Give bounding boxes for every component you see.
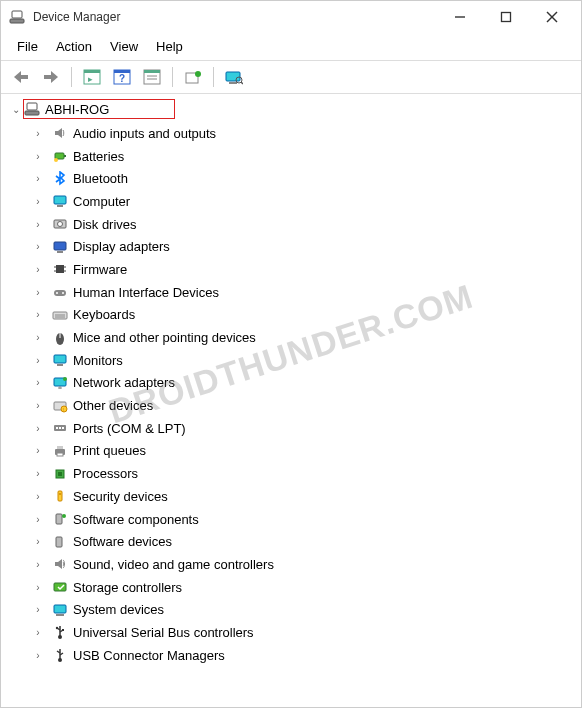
category-label: Disk drives (73, 217, 137, 232)
category-printer[interactable]: ›Print queues (9, 440, 577, 463)
chevron-right-icon[interactable]: › (31, 627, 45, 638)
window-title: Device Manager (33, 10, 447, 24)
close-button[interactable] (539, 4, 565, 30)
chevron-right-icon[interactable]: › (31, 445, 45, 456)
chevron-right-icon[interactable]: › (31, 264, 45, 275)
menu-help[interactable]: Help (148, 35, 191, 58)
chevron-right-icon[interactable]: › (31, 219, 45, 230)
chevron-right-icon[interactable]: › (31, 491, 45, 502)
category-network[interactable]: ›Network adapters (9, 372, 577, 395)
category-chip[interactable]: ›Firmware (9, 258, 577, 281)
category-swdev[interactable]: ›Software devices (9, 530, 577, 553)
category-mouse[interactable]: ›Mice and other pointing devices (9, 326, 577, 349)
svg-rect-58 (62, 427, 64, 429)
device-manager-window: Device Manager File Action View Help (0, 0, 582, 708)
show-hidden-button[interactable]: ▸ (78, 65, 106, 89)
category-label: Audio inputs and outputs (73, 126, 216, 141)
chevron-right-icon[interactable]: › (31, 128, 45, 139)
battery-icon (51, 148, 69, 164)
properties-button[interactable] (138, 65, 166, 89)
audio-icon (51, 125, 69, 141)
monitor-icon (51, 352, 69, 368)
category-cpu[interactable]: ›Processors (9, 462, 577, 485)
chevron-right-icon[interactable]: › (31, 377, 45, 388)
chevron-right-icon[interactable]: › (31, 332, 45, 343)
svg-rect-35 (56, 265, 64, 273)
category-label: Bluetooth (73, 171, 128, 186)
chevron-right-icon[interactable]: › (31, 650, 45, 661)
menu-file[interactable]: File (9, 35, 46, 58)
usb-icon (51, 624, 69, 640)
category-swcomp[interactable]: ›Software components (9, 508, 577, 531)
category-sound[interactable]: ›Sound, video and game controllers (9, 553, 577, 576)
category-battery[interactable]: ›Batteries (9, 145, 577, 168)
maximize-button[interactable] (493, 4, 519, 30)
chevron-right-icon[interactable]: › (31, 604, 45, 615)
svg-rect-34 (57, 251, 63, 253)
chevron-right-icon[interactable]: › (31, 559, 45, 570)
category-storage[interactable]: ›Storage controllers (9, 576, 577, 599)
scan-hardware-button[interactable] (220, 65, 248, 89)
category-port[interactable]: ›Ports (COM & LPT) (9, 417, 577, 440)
category-usb[interactable]: ›Universal Serial Bus controllers (9, 621, 577, 644)
category-label: Keyboards (73, 307, 135, 322)
category-hid[interactable]: ›Human Interface Devices (9, 281, 577, 304)
category-keyboard[interactable]: ›Keyboards (9, 304, 577, 327)
display-icon (51, 239, 69, 255)
forward-button[interactable] (37, 65, 65, 89)
chevron-right-icon[interactable]: › (31, 400, 45, 411)
category-label: Software devices (73, 534, 172, 549)
chevron-right-icon[interactable]: › (31, 355, 45, 366)
tree-root[interactable]: ⌄ ABHI-ROG (9, 98, 577, 120)
network-icon (51, 375, 69, 391)
category-audio[interactable]: ›Audio inputs and outputs (9, 122, 577, 145)
menu-action[interactable]: Action (48, 35, 100, 58)
minimize-button[interactable] (447, 4, 473, 30)
svg-rect-66 (56, 514, 62, 524)
monitor-icon (51, 193, 69, 209)
category-label: Processors (73, 466, 138, 481)
svg-rect-70 (54, 605, 66, 613)
usbconn-icon (51, 647, 69, 663)
chevron-right-icon[interactable]: › (31, 423, 45, 434)
category-monitor[interactable]: ›Computer (9, 190, 577, 213)
svg-rect-33 (54, 242, 66, 250)
chevron-right-icon[interactable]: › (31, 468, 45, 479)
menu-view[interactable]: View (102, 35, 146, 58)
menubar: File Action View Help (1, 33, 581, 60)
category-bluetooth[interactable]: ›Bluetooth (9, 167, 577, 190)
svg-line-23 (241, 82, 243, 84)
chevron-down-icon[interactable]: ⌄ (9, 104, 23, 115)
category-monitor[interactable]: ›Monitors (9, 349, 577, 372)
svg-point-42 (62, 292, 64, 294)
category-disk[interactable]: ›Disk drives (9, 213, 577, 236)
chevron-right-icon[interactable]: › (31, 241, 45, 252)
chevron-right-icon[interactable]: › (31, 287, 45, 298)
svg-rect-27 (64, 155, 66, 157)
category-label: Network adapters (73, 375, 175, 390)
help-button[interactable]: ? (108, 65, 136, 89)
chevron-right-icon[interactable]: › (31, 173, 45, 184)
category-system[interactable]: ›System devices (9, 598, 577, 621)
chevron-right-icon[interactable]: › (31, 196, 45, 207)
category-other[interactable]: ›!Other devices (9, 394, 577, 417)
category-usbconn[interactable]: ›USB Connector Managers (9, 644, 577, 667)
toolbar-separator (71, 67, 72, 87)
svg-rect-1 (10, 19, 24, 23)
svg-point-32 (58, 222, 63, 227)
chevron-right-icon[interactable]: › (31, 151, 45, 162)
svg-text:!: ! (63, 406, 64, 412)
back-button[interactable] (7, 65, 35, 89)
category-display[interactable]: ›Display adapters (9, 235, 577, 258)
cpu-icon (51, 466, 69, 482)
chevron-right-icon[interactable]: › (31, 514, 45, 525)
chevron-right-icon[interactable]: › (31, 309, 45, 320)
chevron-right-icon[interactable]: › (31, 582, 45, 593)
device-tree[interactable]: ⌄ ABHI-ROG ›Audio inputs and outputs›Bat… (1, 94, 581, 700)
category-security[interactable]: ›Security devices (9, 485, 577, 508)
chevron-right-icon[interactable]: › (31, 536, 45, 547)
category-label: Universal Serial Bus controllers (73, 625, 254, 640)
category-label: USB Connector Managers (73, 648, 225, 663)
update-driver-button[interactable] (179, 65, 207, 89)
svg-point-51 (63, 377, 67, 381)
